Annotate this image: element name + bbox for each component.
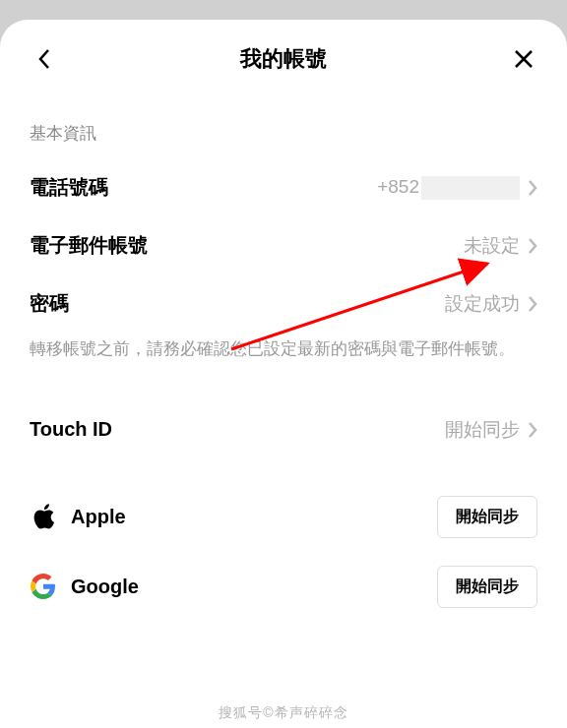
watermark: 搜狐号©希声碎碎念 [0, 704, 567, 722]
close-icon [513, 48, 535, 70]
chevron-right-icon [528, 237, 537, 255]
google-label: Google [71, 576, 139, 598]
row-apple: Apple 開始同步 [0, 482, 567, 552]
row-touchid-label: Touch ID [30, 418, 112, 441]
apple-sync-button[interactable]: 開始同步 [437, 496, 537, 538]
chevron-left-icon [36, 47, 51, 71]
section-basic-info: 基本資訊 [0, 94, 567, 158]
row-password-value: 設定成功 [445, 291, 520, 317]
apple-icon [30, 503, 57, 530]
row-email-label: 電子郵件帳號 [30, 232, 148, 259]
row-touchid-value: 開始同步 [445, 417, 520, 443]
row-phone[interactable]: 電話號碼 +852 [0, 158, 567, 216]
close-button[interactable] [508, 43, 539, 75]
row-password[interactable]: 密碼 設定成功 [0, 274, 567, 333]
chevron-right-icon [528, 179, 537, 197]
masked-phone [421, 176, 520, 200]
row-email[interactable]: 電子郵件帳號 未設定 [0, 216, 567, 274]
row-password-label: 密碼 [30, 290, 69, 317]
google-sync-button[interactable]: 開始同步 [437, 566, 537, 608]
row-email-value: 未設定 [464, 233, 520, 259]
page-title: 我的帳號 [240, 44, 327, 74]
row-phone-label: 電話號碼 [30, 174, 108, 201]
row-phone-value: +852 [377, 176, 520, 200]
chevron-right-icon [528, 295, 537, 313]
google-icon [30, 573, 57, 600]
apple-label: Apple [71, 506, 126, 528]
back-button[interactable] [28, 43, 59, 75]
chevron-right-icon [528, 421, 537, 439]
transfer-note: 轉移帳號之前，請務必確認您已設定最新的密碼與電子郵件帳號。 [0, 333, 567, 378]
row-touchid[interactable]: Touch ID 開始同步 [0, 401, 567, 458]
row-google: Google 開始同步 [0, 552, 567, 622]
